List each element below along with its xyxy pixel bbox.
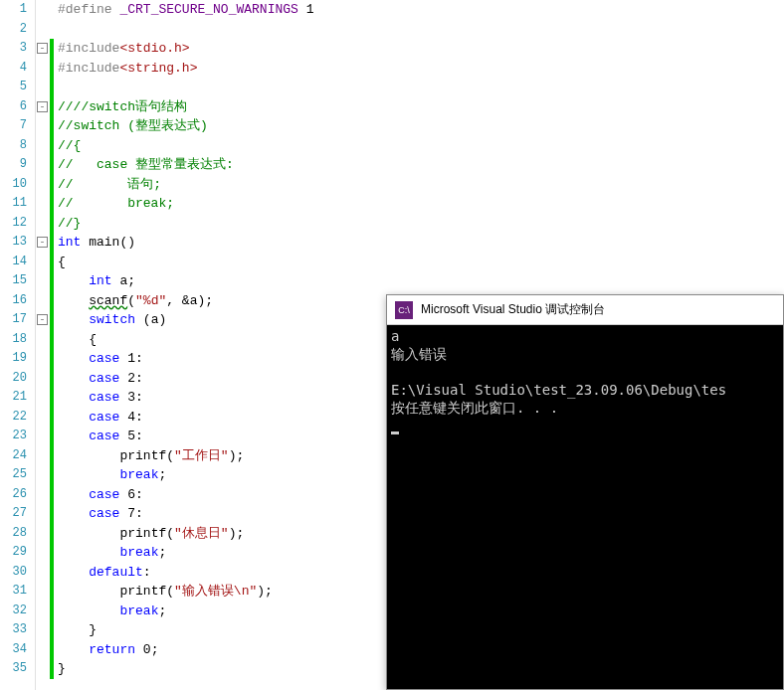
paren: ( <box>166 526 174 541</box>
line-number: 14 <box>0 253 27 272</box>
indent <box>58 410 89 425</box>
line-number: 29 <box>0 543 27 563</box>
fold-icon[interactable]: - <box>37 237 48 248</box>
indent <box>58 487 89 502</box>
keyword: break <box>119 604 158 618</box>
console-cursor <box>391 431 399 434</box>
console-line: E:\Visual Studio\test_23.09.06\Debug\tes <box>391 382 726 398</box>
function-name: main <box>81 235 119 250</box>
indent <box>58 429 89 443</box>
semi: ; <box>158 604 166 618</box>
fold-icon[interactable]: - <box>37 314 48 325</box>
text: 1: <box>119 351 142 366</box>
line-number: 15 <box>0 271 27 291</box>
keyword: case <box>89 371 119 386</box>
line-number: 10 <box>0 175 27 195</box>
line-number: 34 <box>0 640 27 660</box>
keyword: return <box>89 642 135 657</box>
comment: //} <box>58 216 81 231</box>
brace: } <box>58 661 66 676</box>
brace: { <box>58 255 66 269</box>
keyword: default <box>89 565 143 580</box>
text: 2: <box>119 371 142 386</box>
console-titlebar[interactable]: C:\ Microsoft Visual Studio 调试控制台 <box>387 295 783 325</box>
comment: //{ <box>58 138 81 153</box>
keyword: break <box>119 545 158 560</box>
line-number: 24 <box>0 446 27 466</box>
brace: } <box>58 622 97 637</box>
function-call: printf <box>119 448 166 463</box>
line-number: 35 <box>0 659 27 679</box>
paren: ); <box>229 448 245 463</box>
indent <box>58 390 89 405</box>
keyword: int <box>58 235 81 250</box>
comment: // case 整型常量表达式: <box>58 157 234 172</box>
angle: > <box>190 61 198 76</box>
args: , &a <box>166 293 197 308</box>
line-number: 28 <box>0 524 27 544</box>
preproc: #include <box>58 41 119 56</box>
line-number: 4 <box>0 59 27 79</box>
keyword: switch <box>89 312 135 327</box>
preproc: #define <box>58 2 119 17</box>
paren: ); <box>257 584 273 599</box>
header: string.h <box>127 61 189 76</box>
line-number: 19 <box>0 349 27 369</box>
line-number: 16 <box>0 291 27 311</box>
keyword: break <box>119 467 158 482</box>
indent <box>58 565 89 580</box>
line-number: 8 <box>0 136 27 156</box>
text: a; <box>112 273 135 288</box>
line-number: 33 <box>0 620 27 640</box>
line-number: 27 <box>0 504 27 524</box>
keyword: case <box>89 390 119 405</box>
function-call: printf <box>119 584 166 599</box>
line-number: 3 <box>0 39 27 59</box>
keyword: case <box>89 429 119 443</box>
line-number: 20 <box>0 369 27 389</box>
brace: { <box>58 332 97 347</box>
fold-column: - - - - <box>36 0 50 690</box>
line-number: 25 <box>0 465 27 485</box>
console-line: a <box>391 328 399 344</box>
debug-console-window[interactable]: C:\ Microsoft Visual Studio 调试控制台 a 输入错误… <box>386 294 784 690</box>
indent <box>58 584 119 599</box>
line-number: 6 <box>0 97 27 117</box>
fold-icon[interactable]: - <box>37 43 48 54</box>
macro-name: _CRT_SECURE_NO_WARNINGS <box>119 2 297 17</box>
comment: //switch (整型表达式) <box>58 118 208 133</box>
semi: ; <box>158 545 166 560</box>
semi: ; <box>158 467 166 482</box>
paren: ); <box>229 526 245 541</box>
line-number: 7 <box>0 116 27 136</box>
string: "工作日" <box>174 448 229 463</box>
keyword: case <box>89 351 119 366</box>
line-number: 30 <box>0 563 27 583</box>
fold-icon[interactable]: - <box>37 101 48 112</box>
function-call: scanf <box>89 293 127 308</box>
text: 0; <box>135 642 158 657</box>
paren: ( <box>166 584 174 599</box>
indent <box>58 642 89 657</box>
text: (a) <box>135 312 166 327</box>
angle: > <box>182 41 190 56</box>
paren: ( <box>166 448 174 463</box>
keyword: case <box>89 506 119 521</box>
line-number-gutter: 1234567891011121314151617181920212223242… <box>0 0 36 690</box>
line-number: 32 <box>0 602 27 621</box>
console-output[interactable]: a 输入错误 E:\Visual Studio\test_23.09.06\De… <box>387 325 783 436</box>
keyword: int <box>89 273 111 288</box>
function-call: printf <box>119 526 166 541</box>
keyword: case <box>89 487 119 502</box>
comment: // 语句; <box>58 177 161 192</box>
line-number: 9 <box>0 155 27 175</box>
line-number: 26 <box>0 485 27 505</box>
line-number: 18 <box>0 330 27 350</box>
string: "输入错误\n" <box>174 584 257 599</box>
line-number: 12 <box>0 214 27 234</box>
paren: ); <box>197 293 213 308</box>
indent <box>58 448 119 463</box>
line-number: 11 <box>0 194 27 214</box>
indent <box>58 545 119 560</box>
header: stdio.h <box>127 41 182 56</box>
